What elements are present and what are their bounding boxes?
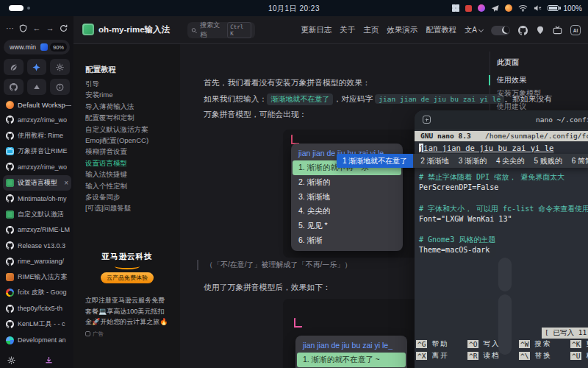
candidate: 3 渐渐的 [459, 156, 487, 166]
site-favicon [6, 179, 14, 187]
language-switcher[interactable]: 文A [465, 25, 483, 35]
browser-tab[interactable]: amzxyz/RIME-LM [3, 222, 71, 238]
qq-icon[interactable] [536, 26, 545, 35]
sidebar-item-personalize[interactable]: 输入个性定制 [85, 182, 176, 193]
triangle-icon[interactable] [27, 79, 47, 95]
sidebar-item-install-rime[interactable]: 安装rime [85, 91, 176, 102]
volume-muted-icon[interactable] [534, 4, 542, 12]
ime-candidate: 5. 见见 * [291, 219, 403, 233]
reload-icon[interactable] [60, 24, 68, 32]
browser-tab[interactable]: rime_wanxiang/ [3, 254, 71, 269]
nano-filepath: /home/sunmaple/.config/fc [485, 131, 588, 141]
ad-label: 广告 [85, 330, 169, 338]
candidate-selected: 1 渐渐地就不在意了 [337, 154, 413, 168]
terminal-window: nano ~/.config GNU nano 8.3 /home/sunmap… [415, 110, 588, 368]
tray-app-icon-orange[interactable] [505, 4, 512, 12]
browser-tab[interactable]: Mintimate/oh-my [3, 191, 71, 206]
tray-app-icon-gradient[interactable] [478, 4, 485, 12]
browser-tab[interactable]: thep0y/fcitx5-th [3, 301, 71, 316]
sidebar-item-language-model-active[interactable]: 设置语言模型 [85, 159, 176, 170]
browser-tab[interactable]: 自定义默认激活 [3, 206, 71, 222]
zoom-level-badge[interactable]: 90% [50, 43, 67, 52]
sidebar-item-hotkeys[interactable]: 输入法快捷键 [85, 170, 176, 181]
nav-changelog[interactable]: 更新日志 [301, 25, 331, 35]
candidate: 4 尖尖的 [496, 156, 524, 166]
battery-indicator[interactable]: 100% [548, 4, 582, 13]
nav-about[interactable]: 关于 [340, 25, 355, 35]
browser-tab[interactable]: fcitx 皮肤 - Goog [3, 285, 71, 300]
new-tab-icon[interactable] [423, 116, 431, 124]
site-logo[interactable]: oh-my-rime输入法 [82, 24, 170, 35]
github-icon [6, 163, 14, 171]
config-comment: # 字体和大小， 可以用 fc-list 命令来查看使用 [419, 204, 588, 214]
header-nav: 更新日志 关于 主页 效果演示 配置教程 文A AI [301, 16, 581, 44]
forward-icon[interactable]: → [46, 24, 54, 32]
wifi-icon[interactable] [518, 4, 528, 12]
menu-icon[interactable]: ··· [6, 24, 14, 32]
sparkle-icon[interactable] [27, 59, 47, 75]
gear-icon[interactable] [50, 59, 70, 75]
settings-gear-icon[interactable] [7, 356, 15, 364]
browser-tab[interactable]: amzxyz/rime_wo [3, 112, 71, 127]
config-line: Font="LXGW WenKai 13" [419, 214, 588, 224]
shortcut-label: 搜索 [534, 339, 551, 349]
sidebar-item-emoji[interactable]: Emoji配置(OpenCC) [85, 136, 176, 147]
sidebar-item-override[interactable]: 配置覆写和定制 [85, 113, 176, 124]
sidebar-item-guide[interactable]: 引导 [85, 79, 176, 91]
docs-sidebar: 配置教程 引导 安装rime 导入薄荷输入法 配置覆写和定制 自定义默认激活方案… [74, 44, 180, 368]
ai-assistant-icon[interactable]: AI [570, 25, 581, 35]
input-method-icon[interactable] [452, 4, 459, 12]
extension-icon[interactable] [40, 43, 48, 51]
toc-item-effect[interactable]: 使用效果 [497, 75, 541, 88]
close-tab-icon[interactable]: × [64, 179, 68, 187]
browser-tab[interactable]: KenLM工具 - - c [3, 316, 71, 332]
search-input[interactable]: 搜索文档 Ctrl K [187, 22, 255, 38]
nav-tutorial[interactable]: 配置教程 [426, 25, 456, 35]
leaf-icon[interactable] [4, 59, 24, 75]
github-workspace-icon[interactable] [4, 79, 24, 95]
sidebar-item-import[interactable]: 导入薄荷输入法 [85, 102, 176, 113]
github-icon [6, 258, 14, 266]
ad-banner[interactable]: 亚马逊云科技 云产品免费体验 立即注册亚马逊云服务免费套餐💻享高达100美元抵扣… [85, 240, 169, 338]
browser-tab[interactable]: amzxyz/rime_wo [3, 159, 71, 174]
terminal-titlebar[interactable]: nano ~/.config [415, 110, 588, 130]
workspace-indicator[interactable] [9, 5, 30, 11]
sidebar-item-default-scheme[interactable]: 自定义默认激活方案 [85, 125, 176, 136]
desktop: 10月1日 20:23 100% ··· ← → www.min [0, 0, 588, 368]
bilibili-icon[interactable] [553, 26, 562, 35]
system-tray[interactable]: 100% [452, 0, 582, 16]
theme-toggle[interactable] [491, 26, 510, 35]
shortcut-key: ^O [467, 340, 478, 348]
url-bar[interactable]: www.min 90% [4, 40, 70, 54]
toc-title: 此页面 [497, 57, 519, 68]
browser-tab[interactable]: 万象拼音让RIME [3, 144, 71, 159]
sidebar-item-faq[interactable]: [可选]问题答疑 [85, 204, 176, 215]
blank-line [419, 193, 588, 203]
info-icon[interactable] [50, 79, 70, 95]
workspace-header[interactable]: Default Worksp— [3, 97, 71, 112]
shortcut-label: 写入 [483, 339, 500, 349]
github-icon [6, 226, 14, 234]
browser-tab[interactable]: Development an [3, 332, 71, 347]
browser-tab[interactable]: Release v13.0.3 [3, 238, 71, 253]
telegram-icon[interactable] [491, 4, 499, 13]
sidebar-item-fuzzy-pinyin[interactable]: 模糊拼音设置 [85, 147, 176, 158]
nav-home[interactable]: 主页 [363, 25, 379, 35]
browser-tab-active[interactable]: 设置语言模型× [3, 175, 71, 191]
github-icon[interactable] [518, 26, 528, 35]
nano-header: GNU nano 8.3 /home/sunmaple/.config/fc [415, 131, 588, 141]
nav-demo[interactable]: 效果演示 [387, 25, 417, 35]
download-icon[interactable] [45, 356, 53, 364]
browser-tab[interactable]: 使用教程: Rime [3, 127, 71, 143]
inactive-workspace-dot [27, 7, 30, 10]
toc-item-install-model[interactable]: 安装万象模型 [497, 88, 541, 102]
tray-app-icon-red[interactable] [465, 5, 472, 12]
clock[interactable]: 10月1日 20:23 [268, 4, 320, 14]
shield-icon[interactable] [19, 24, 27, 32]
ad-cta-button[interactable]: 云产品免费体验 [101, 272, 154, 283]
sidebar-item-sync[interactable]: 多设备同步 [85, 193, 176, 204]
browser-tab[interactable]: RIME输入法方案 [3, 269, 71, 285]
ad-image[interactable]: 亚马逊云科技 云产品免费体验 [85, 240, 169, 290]
back-icon[interactable]: ← [33, 24, 41, 32]
shortcut-key: ^U [570, 352, 581, 360]
